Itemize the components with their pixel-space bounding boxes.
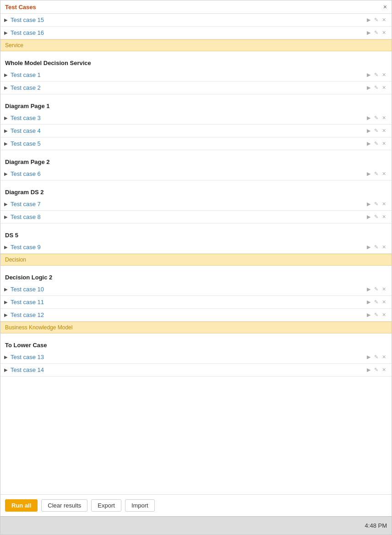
run-icon-tc8[interactable]: ▶ [366,213,371,220]
expand-arrow-tc9[interactable]: ▶ [4,245,8,250]
expand-arrow-tc1[interactable]: ▶ [4,72,8,77]
test-row[interactable]: ▶Test case 2▶✎✕ [0,82,392,94]
expand-arrow-tc16[interactable]: ▶ [4,30,8,35]
test-actions-tc10: ▶✎✕ [366,286,387,293]
test-row[interactable]: ▶Test case 16▶✎✕ [0,27,392,39]
delete-icon-tc13[interactable]: ✕ [381,354,387,360]
test-row-left-tc8: ▶Test case 8 [4,213,41,220]
run-icon-tc3[interactable]: ▶ [366,115,371,121]
edit-icon-tc16[interactable]: ✎ [373,29,379,36]
delete-icon-tc10[interactable]: ✕ [381,286,387,293]
run-icon-tc7[interactable]: ▶ [366,201,371,207]
delete-icon-tc3[interactable]: ✕ [381,115,387,121]
delete-icon-tc1[interactable]: ✕ [381,71,387,78]
edit-icon-tc10[interactable]: ✎ [373,286,379,293]
delete-icon-tc14[interactable]: ✕ [381,366,387,373]
test-case-name-tc11: Test case 11 [11,299,44,306]
edit-icon-tc4[interactable]: ✎ [373,127,379,134]
test-row[interactable]: ▶Test case 4▶✎✕ [0,125,392,137]
edit-icon-tc8[interactable]: ✎ [373,213,379,220]
edit-icon-tc14[interactable]: ✎ [373,366,379,373]
run-icon-tc6[interactable]: ▶ [366,170,371,177]
run-icon-tc5[interactable]: ▶ [366,140,371,147]
test-row[interactable]: ▶Test case 5▶✎✕ [0,137,392,150]
edit-icon-tc6[interactable]: ✎ [373,170,379,177]
run-icon-tc13[interactable]: ▶ [366,354,371,360]
test-row[interactable]: ▶Test case 6▶✎✕ [0,168,392,180]
edit-icon-tc5[interactable]: ✎ [373,140,379,147]
test-row[interactable]: ▶Test case 10▶✎✕ [0,283,392,296]
edit-icon-tc3[interactable]: ✎ [373,115,379,121]
test-row[interactable]: ▶Test case 1▶✎✕ [0,69,392,82]
test-case-name-tc7: Test case 7 [11,201,41,207]
export-button[interactable]: Export [91,499,121,512]
expand-arrow-tc4[interactable]: ▶ [4,128,8,133]
group-title-decision-logic-2: Decision Logic 2 [0,270,392,283]
edit-icon-tc15[interactable]: ✎ [373,16,379,23]
run-icon-tc11[interactable]: ▶ [366,299,371,306]
test-actions-tc5: ▶✎✕ [366,140,387,147]
edit-icon-tc12[interactable]: ✎ [373,311,379,318]
delete-icon-tc4[interactable]: ✕ [381,127,387,134]
delete-icon-tc9[interactable]: ✕ [381,244,387,251]
test-row[interactable]: ▶Test case 13▶✎✕ [0,351,392,364]
test-case-name-tc9: Test case 9 [11,244,41,251]
edit-icon-tc11[interactable]: ✎ [373,299,379,306]
test-row[interactable]: ▶Test case 15▶✎✕ [0,14,392,27]
test-case-name-tc14: Test case 14 [11,366,44,373]
expand-arrow-tc15[interactable]: ▶ [4,17,8,22]
delete-icon-tc7[interactable]: ✕ [381,201,387,207]
test-row-left-tc9: ▶Test case 9 [4,244,41,251]
panel-header: Test Cases × [0,0,392,14]
expand-arrow-tc6[interactable]: ▶ [4,171,8,176]
clear-results-button[interactable]: Clear results [41,499,87,512]
group-title-ds5: DS 5 [0,228,392,241]
run-icon-tc15[interactable]: ▶ [366,16,371,23]
expand-arrow-tc3[interactable]: ▶ [4,115,8,120]
expand-arrow-tc12[interactable]: ▶ [4,312,8,317]
delete-icon-tc6[interactable]: ✕ [381,170,387,177]
run-icon-tc2[interactable]: ▶ [366,84,371,91]
edit-icon-tc7[interactable]: ✎ [373,201,379,207]
test-row-left-tc15: ▶Test case 15 [4,16,44,23]
run-icon-tc14[interactable]: ▶ [366,366,371,373]
delete-icon-tc2[interactable]: ✕ [381,84,387,91]
delete-icon-tc15[interactable]: ✕ [381,16,387,23]
run-icon-tc16[interactable]: ▶ [366,29,371,36]
test-row[interactable]: ▶Test case 7▶✎✕ [0,198,392,211]
close-button[interactable]: × [383,3,387,11]
delete-icon-tc5[interactable]: ✕ [381,140,387,147]
edit-icon-tc9[interactable]: ✎ [373,244,379,251]
delete-icon-tc16[interactable]: ✕ [381,29,387,36]
test-row-left-tc5: ▶Test case 5 [4,140,41,147]
test-row[interactable]: ▶Test case 9▶✎✕ [0,241,392,254]
run-icon-tc9[interactable]: ▶ [366,244,371,251]
expand-arrow-tc13[interactable]: ▶ [4,355,8,360]
expand-arrow-tc2[interactable]: ▶ [4,85,8,90]
expand-arrow-tc11[interactable]: ▶ [4,300,8,305]
expand-arrow-tc8[interactable]: ▶ [4,214,8,219]
delete-icon-tc12[interactable]: ✕ [381,311,387,318]
test-row[interactable]: ▶Test case 12▶✎✕ [0,309,392,322]
test-row[interactable]: ▶Test case 8▶✎✕ [0,211,392,224]
edit-icon-tc2[interactable]: ✎ [373,84,379,91]
run-icon-tc1[interactable]: ▶ [366,71,371,78]
test-row[interactable]: ▶Test case 11▶✎✕ [0,296,392,309]
delete-icon-tc11[interactable]: ✕ [381,299,387,306]
run-icon-tc4[interactable]: ▶ [366,127,371,134]
import-button[interactable]: Import [125,499,155,512]
expand-arrow-tc7[interactable]: ▶ [4,202,8,207]
run-all-button[interactable]: Run all [5,499,38,512]
test-actions-tc2: ▶✎✕ [366,84,387,91]
expand-arrow-tc14[interactable]: ▶ [4,367,8,372]
run-icon-tc12[interactable]: ▶ [366,311,371,318]
edit-icon-tc13[interactable]: ✎ [373,354,379,360]
test-row[interactable]: ▶Test case 3▶✎✕ [0,112,392,125]
expand-arrow-tc5[interactable]: ▶ [4,141,8,146]
run-icon-tc10[interactable]: ▶ [366,286,371,293]
expand-arrow-tc10[interactable]: ▶ [4,287,8,292]
delete-icon-tc8[interactable]: ✕ [381,213,387,220]
test-row[interactable]: ▶Test case 14▶✎✕ [0,364,392,377]
footer: Run all Clear results Export Import [0,494,392,516]
edit-icon-tc1[interactable]: ✎ [373,71,379,78]
